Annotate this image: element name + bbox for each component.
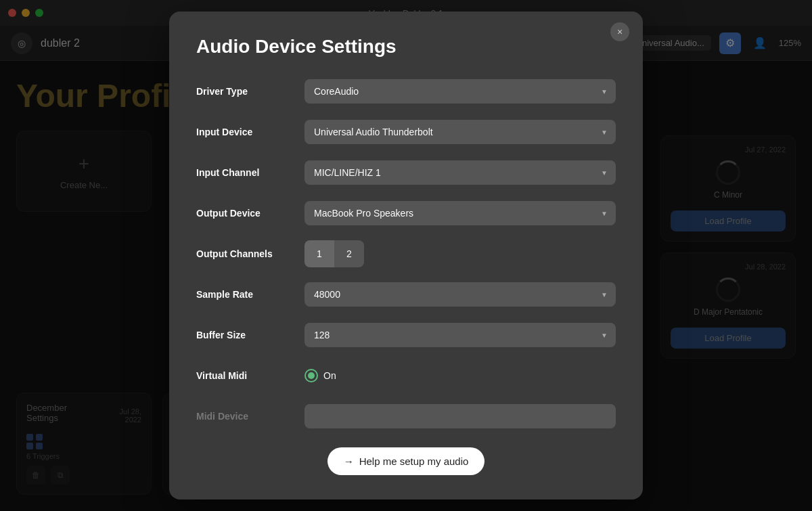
sample-rate-select-wrapper: 44100 48000 88200 96000 ▼	[304, 282, 616, 307]
driver-type-row: Driver Type CoreAudio ASIO WASAPI ▼	[196, 76, 616, 106]
output-channels-control: 1 2	[304, 240, 616, 267]
virtual-midi-toggle-row: On	[304, 369, 616, 382]
input-channel-select-wrapper: MIC/LINE/HIZ 1 MIC/LINE/HIZ 2 ▼	[304, 160, 616, 185]
output-channels-row: Output Channels 1 2	[196, 239, 616, 269]
modal-overlay[interactable]: × Audio Device Settings Driver Type Core…	[0, 0, 812, 511]
output-device-row: Output Device MacBook Pro Speakers Built…	[196, 198, 616, 228]
output-device-label: Output Device	[196, 208, 304, 219]
midi-device-row: Midi Device	[196, 401, 616, 431]
buffer-size-select-wrapper: 64 128 256 512 ▼	[304, 323, 616, 347]
virtual-midi-toggle[interactable]	[304, 369, 318, 382]
sample-rate-select[interactable]: 44100 48000 88200 96000	[304, 282, 616, 307]
buffer-size-select[interactable]: 64 128 256 512	[304, 323, 616, 347]
arrow-right-icon: →	[344, 456, 354, 467]
help-button-label: Help me setup my audio	[359, 456, 469, 467]
sample-rate-label: Sample Rate	[196, 289, 304, 300]
driver-type-select-wrapper: CoreAudio ASIO WASAPI ▼	[304, 79, 616, 104]
toggle-radio-inner	[308, 372, 315, 379]
output-device-select[interactable]: MacBook Pro Speakers Built-in Output	[304, 201, 616, 225]
driver-type-select[interactable]: CoreAudio ASIO WASAPI	[304, 79, 616, 104]
driver-type-label: Driver Type	[196, 86, 304, 97]
help-setup-audio-button[interactable]: → Help me setup my audio	[328, 447, 485, 475]
input-device-control: Universal Audio Thunderbolt Built-in Mic…	[304, 120, 616, 144]
midi-device-label: Midi Device	[196, 411, 304, 422]
input-device-select[interactable]: Universal Audio Thunderbolt Built-in Mic…	[304, 120, 616, 144]
input-channel-label: Input Channel	[196, 167, 304, 178]
input-channel-select[interactable]: MIC/LINE/HIZ 1 MIC/LINE/HIZ 2	[304, 160, 616, 185]
close-icon: ×	[617, 26, 623, 37]
virtual-midi-control: On	[304, 369, 616, 382]
sample-rate-control: 44100 48000 88200 96000 ▼	[304, 282, 616, 307]
input-channel-row: Input Channel MIC/LINE/HIZ 1 MIC/LINE/HI…	[196, 158, 616, 187]
output-channel-2-button[interactable]: 2	[334, 240, 364, 267]
buffer-size-row: Buffer Size 64 128 256 512 ▼	[196, 320, 616, 350]
driver-type-control: CoreAudio ASIO WASAPI ▼	[304, 79, 616, 104]
input-device-row: Input Device Universal Audio Thunderbolt…	[196, 117, 616, 147]
output-channels-buttons: 1 2	[304, 240, 616, 267]
input-device-select-wrapper: Universal Audio Thunderbolt Built-in Mic…	[304, 120, 616, 144]
input-device-label: Input Device	[196, 127, 304, 137]
buffer-size-control: 64 128 256 512 ▼	[304, 323, 616, 347]
output-device-select-wrapper: MacBook Pro Speakers Built-in Output ▼	[304, 201, 616, 225]
midi-device-input[interactable]	[304, 404, 616, 428]
modal-close-button[interactable]: ×	[610, 22, 629, 41]
input-channel-control: MIC/LINE/HIZ 1 MIC/LINE/HIZ 2 ▼	[304, 160, 616, 185]
output-channel-1-button[interactable]: 1	[304, 240, 334, 267]
output-channels-label: Output Channels	[196, 248, 304, 259]
midi-device-control	[304, 404, 616, 428]
virtual-midi-status: On	[323, 370, 336, 381]
modal-title: Audio Device Settings	[196, 36, 616, 58]
virtual-midi-row: Virtual Midi On	[196, 361, 616, 391]
audio-device-settings-modal: × Audio Device Settings Driver Type Core…	[169, 12, 643, 499]
virtual-midi-label: Virtual Midi	[196, 370, 304, 381]
sample-rate-row: Sample Rate 44100 48000 88200 96000 ▼	[196, 280, 616, 309]
buffer-size-label: Buffer Size	[196, 330, 304, 340]
output-device-control: MacBook Pro Speakers Built-in Output ▼	[304, 201, 616, 225]
